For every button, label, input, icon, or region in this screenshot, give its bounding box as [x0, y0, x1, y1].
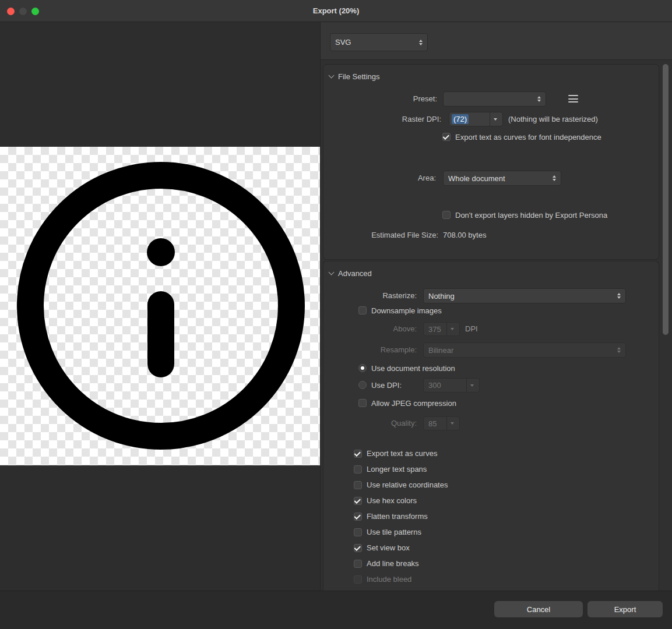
checkbox[interactable] — [442, 211, 451, 219]
advanced-header[interactable]: Advanced — [329, 269, 372, 278]
chevron-down-icon[interactable] — [490, 112, 500, 126]
chevron-down-icon — [446, 323, 457, 335]
raster-dpi-value: (72) — [452, 114, 469, 124]
checkbox[interactable] — [354, 513, 362, 521]
use-dpi-select: 300 — [423, 378, 480, 393]
area-label: Area: — [323, 171, 436, 186]
raster-dpi-note: (Nothing will be rasterized) — [508, 112, 598, 126]
option-checkbox-row: Include bleed — [354, 571, 448, 587]
chevron-up-down-icon — [615, 293, 623, 299]
option-checkbox-row[interactable]: Set view box — [354, 540, 448, 556]
checkbox-label: Flatten transforms — [367, 512, 428, 521]
option-checkbox-row[interactable]: Add line breaks — [354, 556, 448, 571]
checkbox-label: Set view box — [367, 543, 410, 552]
chevron-up-down-icon — [535, 96, 543, 102]
use-dpi-value: 300 — [428, 381, 441, 390]
checkbox[interactable] — [354, 544, 362, 552]
checkbox-label: Use relative coordinates — [367, 480, 448, 489]
area-select-value: Whole document — [448, 174, 505, 183]
checkbox[interactable] — [354, 575, 362, 584]
option-checkbox-row[interactable]: Use hex colors — [354, 493, 448, 508]
above-label: Above: — [323, 321, 417, 337]
checkbox-label: Use hex colors — [367, 496, 417, 505]
checkbox-label: Longer text spans — [367, 465, 427, 473]
format-bar: SVG — [321, 22, 672, 60]
format-select-value: SVG — [335, 38, 351, 47]
checkbox-label: Don't export layers hidden by Export Per… — [455, 211, 607, 220]
raster-dpi-label: Raster DPI: — [323, 112, 441, 127]
checkbox-label: Export text as curves for font independe… — [455, 133, 601, 142]
radio-label: Use document resolution — [371, 364, 455, 373]
radio-button[interactable] — [358, 364, 367, 372]
dialog-footer: Cancel Export — [0, 591, 672, 629]
file-settings-panel: File Settings Preset: Raster DPI: (72) (… — [323, 64, 659, 260]
chevron-down-icon — [466, 379, 477, 392]
checkbox[interactable] — [354, 560, 362, 568]
resample-label: Resample: — [323, 342, 417, 358]
preset-menu-icon[interactable] — [568, 95, 578, 103]
area-select[interactable]: Whole document — [443, 171, 561, 186]
use-document-resolution-radio-row[interactable]: Use document resolution — [358, 363, 455, 373]
format-select[interactable]: SVG — [330, 33, 428, 51]
quality-value: 85 — [428, 419, 437, 428]
quality-select: 85 — [423, 416, 460, 430]
disclosure-down-icon — [329, 73, 335, 79]
rasterize-select-value: Nothing — [428, 292, 455, 301]
option-checkbox-row[interactable]: Export text as curves — [354, 446, 448, 461]
svg-options-list: Export text as curves Longer text spans … — [354, 446, 448, 587]
cancel-button[interactable]: Cancel — [494, 601, 583, 617]
chevron-up-down-icon — [550, 175, 558, 181]
checkbox[interactable] — [354, 465, 362, 473]
export-text-curves-checkbox-row[interactable]: Export text as curves for font independe… — [442, 132, 601, 142]
dpi-unit-label: DPI — [465, 321, 478, 337]
section-title: File Settings — [338, 72, 380, 81]
advanced-panel: Advanced Rasterize: Nothing Downsample i… — [323, 261, 659, 591]
estimated-size-value: 708.00 bytes — [443, 228, 486, 243]
radio-button[interactable] — [358, 381, 367, 389]
file-settings-header[interactable]: File Settings — [329, 72, 380, 81]
checkbox[interactable] — [358, 306, 367, 314]
checkbox[interactable] — [354, 481, 362, 489]
checkbox-label: Allow JPEG compression — [371, 399, 456, 408]
raster-dpi-combo[interactable]: (72) — [449, 112, 503, 126]
scrollbar-thumb[interactable] — [663, 64, 669, 335]
checkbox[interactable] — [354, 528, 362, 536]
downsample-checkbox-row[interactable]: Downsample images — [358, 306, 442, 315]
disclosure-down-icon — [329, 270, 335, 275]
checkbox[interactable] — [354, 497, 362, 505]
resample-select-value: Bilinear — [428, 346, 453, 355]
export-button[interactable]: Export — [587, 601, 663, 617]
preset-label: Preset: — [323, 91, 437, 107]
chevron-up-down-icon — [417, 40, 425, 45]
chevron-up-down-icon — [615, 347, 623, 353]
chevron-down-icon — [446, 417, 457, 430]
checkbox[interactable] — [442, 133, 451, 141]
titlebar: Export (20%) — [0, 0, 672, 22]
allow-jpeg-checkbox-row[interactable]: Allow JPEG compression — [358, 398, 456, 408]
use-dpi-radio-row[interactable]: Use DPI: — [358, 380, 402, 390]
quality-label: Quality: — [323, 416, 417, 431]
option-checkbox-row[interactable]: Use tile patterns — [354, 524, 448, 540]
estimated-size-label: Estimated File Size: — [323, 228, 438, 243]
checkbox-label: Add line breaks — [367, 559, 419, 568]
rasterize-label: Rasterize: — [323, 288, 417, 303]
section-title: Advanced — [338, 269, 372, 278]
option-checkbox-row[interactable]: Longer text spans — [354, 461, 448, 477]
checkbox[interactable] — [358, 399, 367, 407]
radio-label: Use DPI: — [371, 381, 402, 390]
above-dpi-select: 375 — [423, 322, 460, 336]
preset-select[interactable] — [443, 91, 546, 107]
info-icon-artwork — [0, 147, 320, 465]
resample-select: Bilinear — [423, 342, 626, 358]
hidden-layers-checkbox-row[interactable]: Don't export layers hidden by Export Per… — [442, 210, 607, 220]
rasterize-select[interactable]: Nothing — [423, 288, 626, 303]
checkbox-label: Include bleed — [367, 575, 411, 584]
above-dpi-value: 375 — [428, 325, 441, 334]
export-preview — [0, 147, 320, 465]
option-checkbox-row[interactable]: Flatten transforms — [354, 508, 448, 524]
checkbox-label: Downsample images — [371, 306, 442, 315]
checkbox-label: Export text as curves — [367, 449, 437, 458]
option-checkbox-row[interactable]: Use relative coordinates — [354, 477, 448, 493]
window-title: Export (20%) — [0, 0, 672, 22]
checkbox[interactable] — [354, 450, 362, 458]
